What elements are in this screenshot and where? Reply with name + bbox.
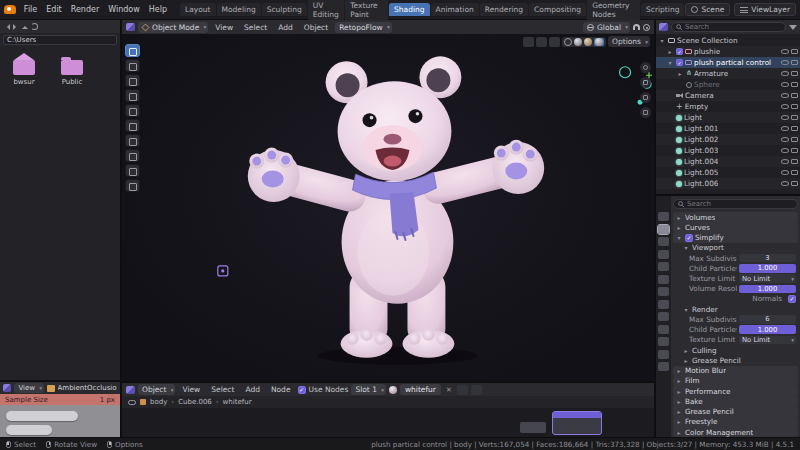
outliner-search[interactable] — [671, 22, 786, 32]
workspace-tab-scripting[interactable]: Scripting — [641, 3, 684, 16]
node-capsule[interactable] — [6, 411, 78, 421]
hide-viewport-icon[interactable] — [781, 126, 789, 131]
workspace-tab-texture-paint[interactable]: Texture Paint — [345, 0, 388, 21]
disable-render-icon[interactable] — [791, 49, 798, 54]
hide-viewport-icon[interactable] — [781, 170, 789, 175]
outliner-row[interactable]: Light.005 — [656, 167, 800, 178]
viewport-menu-object[interactable]: Object — [300, 22, 332, 33]
hide-viewport-icon[interactable] — [781, 49, 789, 54]
prop-tab-world[interactable] — [658, 275, 669, 284]
shader-menu-add[interactable]: Add — [241, 384, 264, 395]
menu-file[interactable]: File — [20, 4, 41, 15]
viewport-max-subdivision-input[interactable]: 3 — [739, 254, 796, 263]
outliner-row[interactable]: Armature — [656, 68, 800, 79]
tool-measure[interactable] — [125, 149, 140, 162]
tool-scale[interactable] — [125, 104, 140, 117]
outliner-row[interactable]: Light.004 — [656, 156, 800, 167]
outliner-row[interactable]: Light — [656, 112, 800, 123]
normals-checkbox[interactable] — [788, 295, 796, 303]
editor-type-selector[interactable] — [126, 386, 135, 394]
hide-viewport-icon[interactable] — [781, 159, 789, 164]
node-capsule[interactable] — [6, 425, 52, 435]
workspace-tab-geometry-nodes[interactable]: Geometry Nodes — [587, 0, 640, 21]
section-bake[interactable]: Bake — [673, 396, 798, 406]
toggle-xray-icon[interactable] — [549, 37, 560, 47]
show-overlays-icon[interactable] — [536, 37, 547, 47]
hide-viewport-icon[interactable] — [781, 60, 789, 65]
mode-selector[interactable]: Object Mode — [138, 22, 208, 33]
shader-menu-select[interactable]: Select — [207, 384, 238, 395]
back-icon[interactable] — [4, 24, 10, 30]
outliner-row[interactable]: Camera — [656, 90, 800, 101]
subsection-culling[interactable]: Culling — [680, 345, 798, 355]
editor-type-icon[interactable] — [3, 384, 11, 392]
use-nodes-checkbox[interactable] — [298, 386, 306, 394]
tool-move[interactable] — [125, 74, 140, 87]
workspace-tab-rendering[interactable]: Rendering — [480, 3, 528, 16]
outliner-row[interactable]: Light.001 — [656, 123, 800, 134]
viewport-menu-select[interactable]: Select — [240, 22, 271, 33]
prop-tab-tool[interactable] — [658, 212, 669, 221]
disclosure-icon[interactable] — [675, 408, 683, 415]
breadcrumb-object[interactable]: body — [150, 398, 167, 406]
disable-render-icon[interactable] — [791, 60, 798, 65]
subsection-grease-pencil[interactable]: Grease Pencil — [680, 355, 798, 365]
section-freestyle[interactable]: Freestyle — [673, 417, 798, 427]
section-grease-pencil[interactable]: Grease Pencil — [673, 406, 798, 416]
prop-tab-physics[interactable] — [658, 325, 669, 334]
shader-node-selected[interactable] — [552, 411, 602, 435]
tool-select[interactable] — [125, 44, 140, 57]
texture-node-canvas[interactable] — [0, 405, 120, 437]
prop-tab-view-layer[interactable] — [658, 250, 669, 259]
disable-render-icon[interactable] — [791, 159, 798, 164]
unlink-material-icon[interactable] — [444, 386, 454, 394]
proportional-editing-icon[interactable] — [643, 24, 650, 31]
section-performance[interactable]: Performance — [673, 386, 798, 396]
disable-render-icon[interactable] — [791, 137, 798, 142]
disclosure-icon[interactable] — [682, 357, 690, 364]
shader-node[interactable] — [520, 422, 546, 433]
disclosure-icon[interactable] — [675, 214, 683, 221]
disclosure-icon[interactable] — [682, 306, 690, 313]
shader-menu-view[interactable]: View — [178, 384, 204, 395]
disclosure-icon[interactable] — [675, 429, 683, 436]
simplify-checkbox[interactable] — [685, 234, 693, 242]
outliner-row[interactable]: Light.002 — [656, 134, 800, 145]
hide-viewport-icon[interactable] — [781, 137, 789, 142]
viewport-menu-view[interactable]: View — [211, 22, 237, 33]
tool-extra[interactable] — [125, 179, 140, 192]
disclosure-icon[interactable] — [676, 70, 684, 77]
breadcrumb-mesh[interactable]: Cube.006 — [178, 398, 212, 406]
disclosure-icon[interactable] — [675, 367, 683, 374]
view-menu[interactable]: View — [14, 383, 44, 393]
disclosure-icon[interactable] — [675, 418, 683, 425]
disable-render-icon[interactable] — [791, 126, 798, 131]
shading-solid-icon[interactable] — [574, 38, 582, 46]
tool-rotate[interactable] — [125, 89, 140, 102]
render-child-particles-slider[interactable]: 1.000 — [739, 325, 796, 334]
hide-viewport-icon[interactable] — [781, 148, 789, 153]
blender-logo-icon[interactable] — [4, 5, 16, 14]
outliner-row[interactable]: Light.003 — [656, 145, 800, 156]
disclosure-icon[interactable] — [675, 224, 683, 231]
section-film[interactable]: Film — [673, 376, 798, 386]
menu-help[interactable]: Help — [145, 4, 171, 15]
hide-viewport-icon[interactable] — [781, 71, 789, 76]
shader-node-canvas[interactable] — [122, 408, 654, 437]
pin-icon[interactable] — [471, 385, 482, 395]
hide-viewport-icon[interactable] — [781, 104, 789, 109]
outliner-search-input[interactable] — [685, 23, 781, 31]
show-gizmo-icon[interactable] — [523, 37, 534, 47]
disable-render-icon[interactable] — [791, 104, 798, 109]
editor-type-selector[interactable] — [659, 23, 668, 31]
use-nodes-toggle[interactable]: Use Nodes — [298, 385, 349, 394]
disclosure-icon[interactable] — [682, 347, 690, 354]
disclosure-icon[interactable] — [658, 37, 666, 44]
shader-menu-node[interactable]: Node — [267, 384, 295, 395]
viewport-menu-add[interactable]: Add — [274, 22, 297, 33]
prop-tab-output[interactable] — [658, 237, 669, 246]
disable-render-icon[interactable] — [791, 115, 798, 120]
section-motion-blur[interactable]: Motion Blur — [673, 366, 798, 376]
breadcrumb-material[interactable]: whitefur — [223, 398, 252, 406]
hide-viewport-icon[interactable] — [781, 115, 789, 120]
